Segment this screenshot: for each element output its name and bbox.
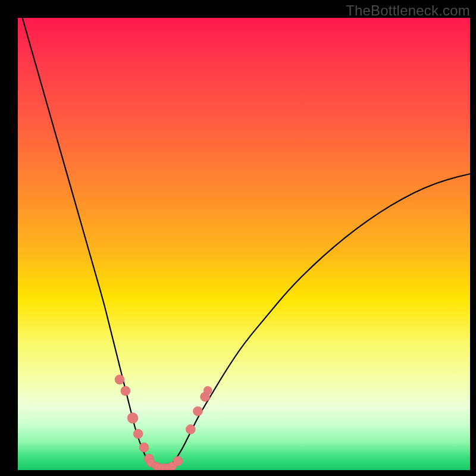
- highlight-dots-group: [115, 375, 212, 470]
- chart-frame: TheBottleneck.com: [0, 0, 476, 476]
- highlight-dot: [115, 375, 124, 384]
- highlight-dot: [203, 386, 212, 394]
- bottleneck-curve: [23, 18, 470, 468]
- highlight-dot: [121, 386, 130, 396]
- highlight-dot: [193, 406, 202, 416]
- watermark-text: TheBottleneck.com: [346, 2, 470, 19]
- highlight-dot: [133, 429, 143, 439]
- highlight-dot: [186, 425, 195, 434]
- highlight-dot: [139, 443, 149, 452]
- highlight-dot: [173, 456, 183, 466]
- chart-svg: [18, 18, 470, 470]
- plot-area: [18, 18, 470, 470]
- highlight-dot: [127, 413, 138, 424]
